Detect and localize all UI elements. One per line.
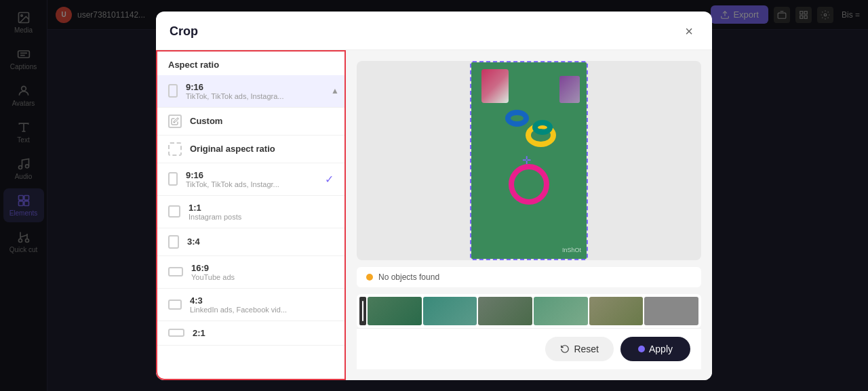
modal-header: Crop × <box>156 12 712 50</box>
aspect-item-3-4[interactable]: 3:4 <box>157 228 344 256</box>
modal-overlay: Crop × Aspect ratio 9:16 TikTok, TikTok <box>0 0 868 391</box>
modal-title: Crop <box>170 24 198 39</box>
collapse-arrow-icon: ▲ <box>331 86 339 96</box>
aspect-item-custom[interactable]: Custom <box>157 108 344 136</box>
apply-dot-icon <box>638 346 645 352</box>
timeline-cursor <box>362 301 363 321</box>
aspect-info-9-16-top: 9:16 TikTok, TikTok ads, Instagra... <box>186 82 334 100</box>
aspect-info-9-16: 9:16 TikTok, TikTok ads, Instagr... <box>186 170 317 188</box>
aspect-ratio-label-4-3: 4:3 <box>190 295 334 306</box>
aspect-sub-9-16-top: TikTok, TikTok ads, Instagra... <box>186 92 334 100</box>
apply-label: Apply <box>649 344 673 354</box>
modal-body: Aspect ratio 9:16 TikTok, TikTok ads, In… <box>156 50 712 380</box>
aspect-info-4-3: 4:3 LinkedIn ads, Facebook vid... <box>190 295 334 314</box>
timeline-thumb-2 <box>423 297 477 325</box>
aspect-checkbox-9-16-top <box>168 84 178 98</box>
aspect-ratio-label-2-1: 2:1 <box>193 328 334 338</box>
aspect-ratio-header: Aspect ratio <box>157 52 344 75</box>
aspect-info-16-9: 16:9 YouTube ads <box>191 263 334 281</box>
aspect-info-original: Original aspect ratio <box>190 144 334 154</box>
aspect-info-3-4: 3:4 <box>187 236 334 247</box>
app-background: Media Captions Avatars Text Audio Elemen… <box>0 0 868 391</box>
aspect-checkbox-16-9 <box>168 267 183 276</box>
aspect-ratio-label-3-4: 3:4 <box>187 236 334 247</box>
timeline-strip <box>357 294 701 328</box>
custom-icon <box>168 115 182 128</box>
preview-area: InShOt ✛ No objects found <box>346 50 712 380</box>
timeline-thumb-1 <box>368 297 422 325</box>
aspect-item-9-16-top[interactable]: 9:16 TikTok, TikTok ads, Instagra... ▲ <box>157 75 344 108</box>
reset-button[interactable]: Reset <box>545 337 614 361</box>
aspect-ratio-label-9-16: 9:16 <box>186 170 317 180</box>
close-button[interactable]: × <box>679 22 698 41</box>
aspect-info-1-1: 1:1 Instagram posts <box>189 203 334 221</box>
aspect-item-16-9[interactable]: 16:9 YouTube ads <box>157 256 344 289</box>
aspect-checkbox-9-16 <box>168 172 178 186</box>
aspect-ratio-list[interactable]: 9:16 TikTok, TikTok ads, Instagra... ▲ <box>157 75 344 379</box>
aspect-ratio-label-1-1: 1:1 <box>189 203 334 213</box>
timeline-thumb-3 <box>478 297 532 325</box>
aspect-sub-1-1: Instagram posts <box>189 213 334 221</box>
image-element <box>481 69 509 103</box>
aspect-ratio-label-original: Original aspect ratio <box>190 144 334 154</box>
warning-dot-icon <box>366 274 373 281</box>
original-icon <box>168 142 182 156</box>
modal-footer: Reset Apply <box>357 328 701 369</box>
aspect-info-custom: Custom <box>190 116 334 126</box>
preview-image-container: InShOt ✛ <box>470 61 588 260</box>
aspect-sub-9-16: TikTok, TikTok ads, Instagr... <box>186 180 317 188</box>
ring-blue <box>505 110 529 127</box>
aspect-info-2-1: 2:1 <box>193 328 334 338</box>
ring-pink <box>509 164 549 205</box>
aspect-item-9-16[interactable]: 9:16 TikTok, TikTok ads, Instagr... ✓ <box>157 163 344 196</box>
crosshair-icon: ✛ <box>522 154 536 167</box>
aspect-checkbox-1-1 <box>168 205 180 218</box>
no-objects-banner: No objects found <box>357 267 701 287</box>
watermark: InShOt <box>562 247 581 253</box>
aspect-sub-4-3: LinkedIn ads, Facebook vid... <box>190 306 334 314</box>
aspect-item-2-1[interactable]: 2:1 <box>157 321 344 346</box>
preview-canvas: InShOt ✛ <box>357 61 701 260</box>
no-objects-text: No objects found <box>378 272 439 282</box>
reset-label: Reset <box>574 344 599 354</box>
image-element <box>559 76 580 103</box>
check-mark-icon: ✓ <box>325 173 334 186</box>
aspect-checkbox-4-3 <box>168 300 182 310</box>
aspect-item-original[interactable]: Original aspect ratio <box>157 136 344 163</box>
aspect-ratio-label-custom: Custom <box>190 116 334 126</box>
timeline-thumb-5 <box>589 297 644 325</box>
aspect-ratio-panel: Aspect ratio 9:16 TikTok, TikTok ads, In… <box>156 50 346 380</box>
apply-button[interactable]: Apply <box>620 337 690 361</box>
aspect-ratio-label-16-9: 16:9 <box>191 263 334 273</box>
aspect-sub-16-9: YouTube ads <box>191 273 334 281</box>
aspect-checkbox-2-1 <box>168 329 184 337</box>
aspect-ratio-label-9-16-top: 9:16 <box>186 82 334 92</box>
aspect-item-1-1[interactable]: 1:1 Instagram posts <box>157 196 344 228</box>
crop-modal: Crop × Aspect ratio 9:16 TikTok, TikTok <box>156 12 712 380</box>
timeline-thumb-6 <box>644 297 698 325</box>
aspect-item-4-3[interactable]: 4:3 LinkedIn ads, Facebook vid... <box>157 289 344 321</box>
aspect-checkbox-3-4 <box>168 235 179 249</box>
ring-teal <box>532 120 553 135</box>
timeline-thumb-4 <box>534 297 588 325</box>
timeline-start-marker <box>359 297 366 325</box>
